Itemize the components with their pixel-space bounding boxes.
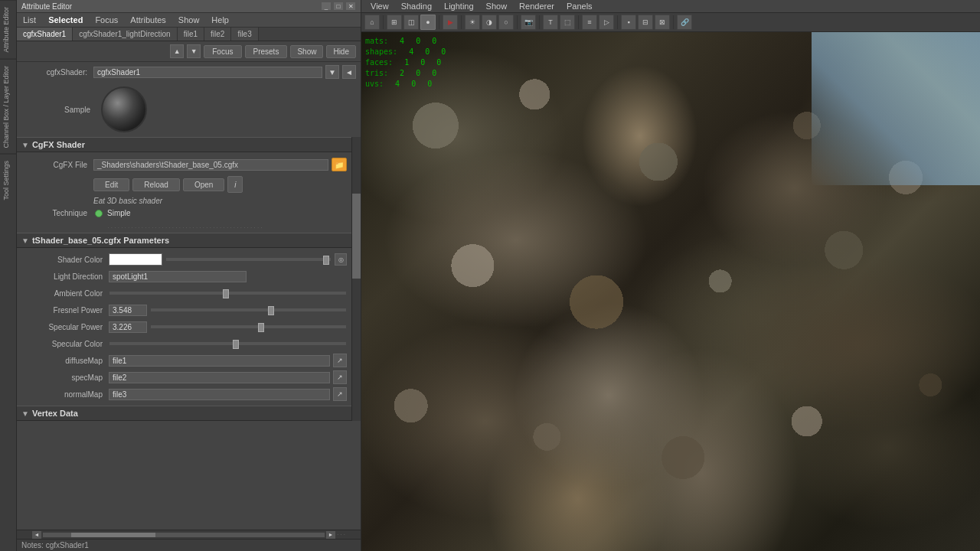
folder-btn[interactable]: 📁 — [332, 158, 347, 171]
divider-dots: · · · · · · · · · · · · · · · · · · · · … — [17, 223, 361, 233]
shader-color-slider-thumb[interactable] — [323, 256, 329, 265]
shader-arrow-btn[interactable]: ▼ — [325, 65, 339, 79]
hud-row-tris: tris: 2 0 0 — [365, 68, 446, 79]
hud-tris-v2: 0 — [416, 68, 420, 79]
menu-attributes[interactable]: Attributes — [124, 13, 172, 27]
tab-cgfxshader1-lightdirection[interactable]: cgfxShader1_lightDirection — [73, 28, 178, 41]
specular-color-slider-thumb[interactable] — [233, 340, 239, 349]
tb-light1-btn[interactable]: ☀ — [465, 15, 480, 30]
maximize-btn[interactable]: □ — [333, 2, 344, 11]
tb-more2-btn[interactable]: ▷ — [599, 15, 614, 30]
tab-file3[interactable]: file3 — [231, 28, 258, 41]
sidebar-item-tool-settings[interactable]: Tool Settings — [0, 154, 16, 207]
normal-map-input[interactable]: file3 — [109, 389, 330, 400]
specular-power-slider-track[interactable] — [150, 324, 347, 329]
params-section: ▼ tShader_base_05.cgfx Parameters Shader… — [17, 233, 361, 406]
tb-render-btn[interactable]: ▶ — [443, 15, 458, 30]
shader-color-swatch[interactable] — [109, 253, 162, 266]
viewport-menu-show[interactable]: Show — [480, 0, 514, 12]
h-scroll-right-btn[interactable]: ► — [326, 531, 335, 539]
sample-row: Sample — [17, 82, 361, 137]
light-direction-input[interactable]: spotLight1 — [109, 271, 247, 282]
tb-wire-btn[interactable]: ◫ — [403, 15, 419, 30]
h-scrollbar[interactable]: ◄ ► · · · — [17, 530, 361, 539]
tb-tex2-btn[interactable]: ⬚ — [560, 15, 575, 30]
menu-list[interactable]: List — [17, 13, 42, 27]
arrow-up-btn[interactable]: ▲ — [170, 44, 184, 58]
vertex-section-header[interactable]: ▼ Vertex Data — [17, 406, 361, 421]
params-section-header[interactable]: ▼ tShader_base_05.cgfx Parameters — [17, 233, 361, 248]
show-button[interactable]: Show — [290, 45, 323, 58]
spec-map-input[interactable]: file2 — [109, 372, 330, 383]
h-scroll-left-btn[interactable]: ◄ — [32, 531, 41, 539]
tb-viewport3-btn[interactable]: ⊠ — [655, 15, 670, 30]
tb-camera-btn[interactable]: 📷 — [521, 15, 536, 30]
fresnel-power-value[interactable]: 3.548 — [109, 305, 147, 316]
tb-viewport2-btn[interactable]: ⊟ — [638, 15, 653, 30]
shader-arrow2-btn[interactable]: ◄ — [342, 65, 356, 79]
hide-button[interactable]: Hide — [326, 45, 356, 58]
ambient-color-slider-thumb[interactable] — [223, 289, 229, 298]
h-scroll-track[interactable] — [43, 533, 325, 537]
normal-map-btn[interactable]: ↗ — [333, 387, 347, 401]
viewport-content[interactable]: mats: 4 0 0 shapes: 4 0 0 faces: 1 0 — [361, 32, 980, 551]
shader-color-slider-track[interactable] — [165, 257, 332, 262]
diffuse-map-label: diffuseMap — [21, 357, 106, 365]
viewport-menu-view[interactable]: View — [364, 0, 395, 12]
tb-home-btn[interactable]: ⌂ — [364, 15, 380, 30]
menu-show[interactable]: Show — [172, 13, 206, 27]
tb-viewport1-btn[interactable]: ▪ — [621, 15, 636, 30]
reload-btn[interactable]: Reload — [132, 178, 180, 191]
viewport-menubar: View Shading Lighting Show Renderer Pane… — [361, 0, 980, 13]
diffuse-map-input[interactable]: file1 — [109, 355, 330, 367]
close-btn[interactable]: ✕ — [345, 2, 356, 11]
shader-name-row: cgfxShader: ▼ ◄ — [17, 62, 361, 82]
menu-selected[interactable]: Selected — [42, 13, 89, 27]
fresnel-power-slider-track[interactable] — [150, 308, 347, 312]
viewport-menu-shading[interactable]: Shading — [395, 0, 438, 12]
h-scroll-thumb[interactable] — [71, 533, 155, 537]
sidebar-item-attribute-editor[interactable]: Attribute Editor — [0, 0, 16, 59]
tab-cgfxshader1[interactable]: cgfxShader1 — [17, 28, 73, 41]
spec-map-btn[interactable]: ↗ — [333, 370, 347, 384]
shader-name-input[interactable] — [93, 67, 322, 78]
hud-row-uvs: uvs: 4 0 0 — [365, 79, 446, 90]
sample-label: Sample — [24, 106, 93, 114]
arrow-down-btn[interactable]: ▼ — [187, 44, 201, 58]
viewport-menu-renderer[interactable]: Renderer — [513, 0, 560, 12]
info-btn[interactable]: i — [227, 176, 243, 193]
tb-shaded-btn[interactable]: ● — [420, 15, 436, 30]
tb-light2-btn[interactable]: ◑ — [482, 15, 497, 30]
specular-color-slider-track[interactable] — [109, 341, 347, 346]
viewport-menu-lighting[interactable]: Lighting — [438, 0, 480, 12]
cgfx-section-header[interactable]: ▼ CgFX Shader — [17, 137, 361, 152]
menu-focus[interactable]: Focus — [89, 13, 124, 27]
hud-row-shapes: shapes: 4 0 0 — [365, 47, 446, 57]
sample-sphere[interactable] — [101, 86, 147, 132]
fresnel-power-row: Fresnel Power 3.548 — [17, 302, 351, 318]
hud-mats-label: mats: — [365, 36, 388, 47]
specular-power-label: Specular Power — [21, 323, 106, 331]
tab-file1[interactable]: file1 — [178, 28, 204, 41]
tb-light3-btn[interactable]: ○ — [498, 15, 514, 30]
tb-tex1-btn[interactable]: T — [543, 15, 558, 30]
presets-button[interactable]: Presets — [245, 45, 288, 58]
edit-btn[interactable]: Edit — [93, 178, 129, 191]
tb-grid-btn[interactable]: ⊞ — [387, 15, 402, 30]
diffuse-map-btn[interactable]: ↗ — [333, 354, 347, 367]
shader-color-expand-btn[interactable]: ◎ — [335, 253, 347, 266]
minimize-btn[interactable]: _ — [321, 2, 332, 11]
focus-button[interactable]: Focus — [204, 45, 241, 58]
viewport-menu-panels[interactable]: Panels — [560, 0, 599, 12]
open-btn[interactable]: Open — [183, 178, 224, 191]
sidebar-item-channel-box[interactable]: Channel Box / Layer Editor — [0, 59, 16, 155]
cgfx-file-path: _Shaders\shaders\tShader_base_05.cgfx — [93, 159, 328, 171]
specular-power-slider-thumb[interactable] — [258, 323, 264, 332]
tb-more1-btn[interactable]: ≡ — [582, 15, 597, 30]
tb-link-btn[interactable]: 🔗 — [677, 15, 692, 30]
specular-power-value[interactable]: 3.226 — [109, 321, 147, 333]
fresnel-power-slider-thumb[interactable] — [268, 306, 274, 315]
ambient-color-slider-track[interactable] — [109, 291, 347, 295]
menu-help[interactable]: Help — [205, 13, 235, 27]
tab-file2[interactable]: file2 — [204, 28, 231, 41]
